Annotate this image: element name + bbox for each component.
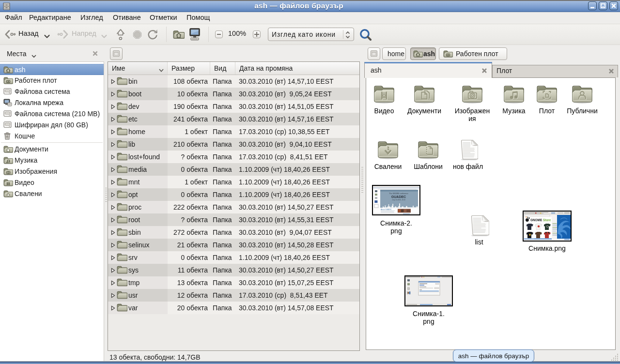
svg-text:GUADEC: GUADEC <box>391 195 406 198</box>
svg-text:GNOME: GNOME <box>530 218 542 222</box>
svg-text:July 24-30th, 2010: July 24-30th, 2010 <box>392 199 405 201</box>
svg-text:Store: Store <box>543 218 551 222</box>
svg-text:The GNOME conference: The GNOME conference <box>389 193 408 195</box>
svg-text:About GUADEC: About GUADEC <box>381 209 392 211</box>
